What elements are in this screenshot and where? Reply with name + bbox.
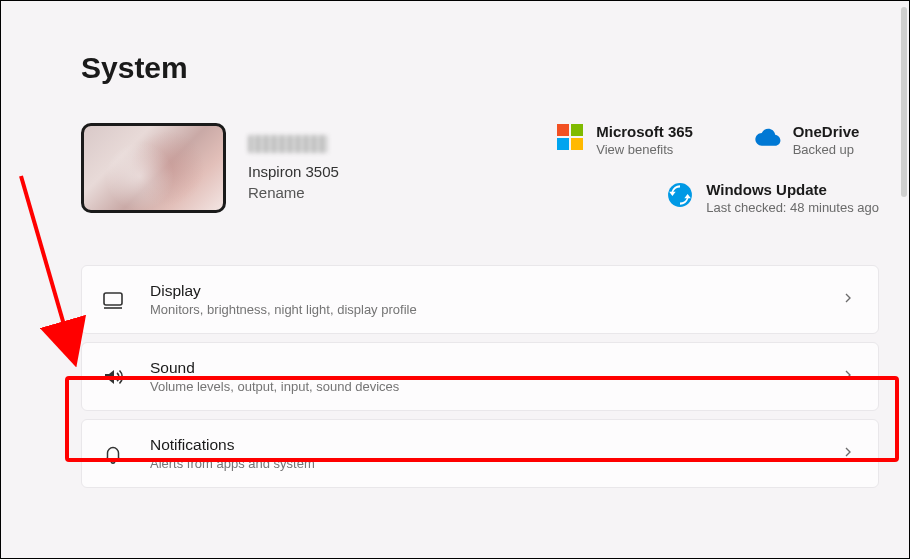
- device-block: Inspiron 3505 Rename: [81, 123, 339, 213]
- status-tiles: Microsoft 365 View benefits OneDrive Bac…: [556, 123, 879, 215]
- scrollbar-thumb[interactable]: [901, 7, 907, 197]
- chevron-right-icon: [840, 290, 856, 310]
- card-sub: Volume levels, output, input, sound devi…: [150, 379, 816, 394]
- tile-title: Windows Update: [706, 181, 879, 198]
- card-notifications[interactable]: Notifications Alerts from apps and syste…: [81, 419, 879, 488]
- sound-icon: [100, 364, 126, 390]
- card-title: Notifications: [150, 436, 816, 454]
- onedrive-icon: [753, 123, 781, 151]
- card-sub: Alerts from apps and system: [150, 456, 816, 471]
- microsoft-logo-icon: [556, 123, 584, 151]
- card-sub: Monitors, brightness, night light, displ…: [150, 302, 816, 317]
- tile-sub: View benefits: [596, 142, 693, 157]
- display-icon: [100, 287, 126, 313]
- top-row: Inspiron 3505 Rename Microsoft 365 View …: [81, 123, 879, 215]
- tile-title: OneDrive: [793, 123, 860, 140]
- chevron-right-icon: [840, 444, 856, 464]
- notifications-icon: [100, 441, 126, 467]
- card-display[interactable]: Display Monitors, brightness, night ligh…: [81, 265, 879, 334]
- tile-title: Microsoft 365: [596, 123, 693, 140]
- card-sound[interactable]: Sound Volume levels, output, input, soun…: [81, 342, 879, 411]
- tile-windows-update[interactable]: Windows Update Last checked: 48 minutes …: [666, 181, 879, 215]
- device-name-redacted: [248, 135, 328, 153]
- device-thumbnail[interactable]: [81, 123, 226, 213]
- svg-rect-1: [104, 293, 122, 305]
- tile-onedrive[interactable]: OneDrive Backed up: [753, 123, 879, 157]
- card-title: Display: [150, 282, 816, 300]
- rename-link[interactable]: Rename: [248, 184, 339, 201]
- device-info: Inspiron 3505 Rename: [248, 135, 339, 201]
- card-title: Sound: [150, 359, 816, 377]
- windows-update-icon: [666, 181, 694, 209]
- settings-list: Display Monitors, brightness, night ligh…: [81, 265, 879, 488]
- device-model: Inspiron 3505: [248, 163, 339, 180]
- tile-sub: Last checked: 48 minutes ago: [706, 200, 879, 215]
- tile-sub: Backed up: [793, 142, 860, 157]
- page-title: System: [81, 51, 879, 85]
- tile-microsoft-365[interactable]: Microsoft 365 View benefits: [556, 123, 712, 157]
- chevron-right-icon: [840, 367, 856, 387]
